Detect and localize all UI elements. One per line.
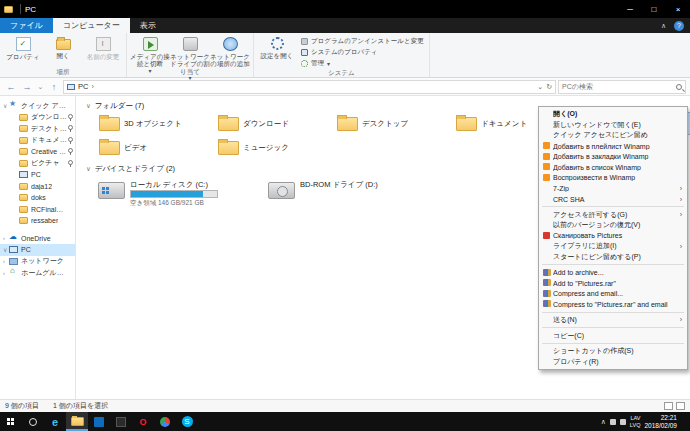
sidebar-item[interactable]: ressaber — [0, 215, 75, 227]
menu-separator — [542, 264, 684, 265]
sidebar-item[interactable]: ∨ PC — [0, 244, 75, 256]
sidebar-item[interactable]: Creative Cloud Fi — [0, 146, 75, 158]
collapse-chevron-icon[interactable]: ∨ — [86, 163, 91, 175]
recent-locations-button[interactable]: ⌄ — [36, 83, 45, 91]
add-network-location-button[interactable]: ネットワークの場所の追加 — [210, 35, 250, 68]
help-button[interactable]: ? — [674, 21, 684, 31]
tab-computer[interactable]: コンピューター — [53, 18, 130, 33]
tray-overflow-chevron-icon[interactable]: ∧ — [601, 418, 606, 426]
menu-separator — [542, 312, 684, 313]
map-network-drive-button[interactable]: ネットワーク ドライブの割り当て ▾ — [170, 35, 210, 82]
search-button[interactable] — [22, 412, 44, 431]
folder-tile[interactable]: デスクトップ — [334, 113, 453, 134]
menu-item-label: ショートカットの作成(S) — [553, 346, 679, 356]
context-menu-item[interactable]: ライブラリに追加(I) › — [540, 241, 686, 252]
search-input[interactable] — [562, 83, 676, 90]
chrome-icon[interactable] — [154, 412, 176, 431]
sidebar-item[interactable]: › OneDrive — [0, 233, 75, 245]
sidebar-item[interactable]: PC — [0, 169, 75, 181]
taskbar-app-glyph — [7, 418, 15, 426]
sidebar-item[interactable]: › ホームグループ — [0, 267, 75, 279]
back-button[interactable]: ← — [4, 82, 18, 92]
store-icon[interactable] — [88, 412, 110, 431]
pc-icon — [67, 84, 75, 90]
sidebar-item[interactable]: ダウンロード — [0, 112, 75, 124]
sidebar-item[interactable]: ピクチャ — [0, 158, 75, 170]
menu-item-icon — [542, 153, 553, 161]
folder-tile[interactable]: 3D オブジェクト — [96, 113, 215, 134]
context-menu-item[interactable]: Add to "Pictures.rar" — [540, 278, 686, 289]
context-menu-item[interactable]: ショートカットの作成(S) — [540, 346, 686, 357]
tab-view[interactable]: 表示 — [130, 18, 166, 33]
sidebar-item[interactable]: daja12 — [0, 181, 75, 193]
context-menu-item[interactable]: Добавить в список Winamp — [540, 162, 686, 173]
skype-icon[interactable]: S — [176, 412, 198, 431]
photos-icon[interactable] — [110, 412, 132, 431]
folder-tile[interactable]: ダウンロード — [215, 113, 334, 134]
context-menu-item[interactable]: Compress and email... — [540, 289, 686, 300]
breadcrumb-chevron-icon[interactable]: › — [91, 82, 94, 91]
open-settings-button[interactable]: 設定を開く — [257, 35, 297, 59]
context-menu-item[interactable]: 送る(N) › — [540, 315, 686, 326]
rename-button[interactable]: 名前の変更 — [83, 35, 123, 60]
context-menu-item[interactable]: Воспроизвести в Winamp — [540, 173, 686, 184]
minimize-button[interactable]: ─ — [618, 0, 642, 18]
address-bar[interactable]: PC › ⌄ ↻ — [63, 80, 556, 94]
start-button[interactable] — [0, 412, 22, 431]
context-menu-item[interactable]: Compress to "Pictures.rar" and email — [540, 299, 686, 310]
drive-c-tile[interactable]: ローカル ディスク (C:) 空き領域 146 GB/921 GB — [96, 178, 266, 210]
address-dropdown-button[interactable]: ⌄ — [537, 83, 543, 91]
volume-icon[interactable] — [620, 419, 626, 425]
large-icons-view-icon[interactable] — [676, 402, 685, 410]
minimize-ribbon-button[interactable]: ∧ — [661, 22, 666, 30]
sidebar-item[interactable]: デスクトップ — [0, 123, 75, 135]
manage-button[interactable]: 管理 ▾ — [301, 59, 424, 68]
sidebar-item[interactable]: RCFinalWebplayer — [0, 204, 75, 216]
context-menu-item[interactable]: CRC SHA › — [540, 194, 686, 205]
context-menu-item[interactable]: スタートにピン留めする(P) — [540, 252, 686, 263]
tab-file[interactable]: ファイル — [0, 18, 53, 33]
edge-icon[interactable]: e — [44, 412, 66, 431]
drive-d-tile[interactable]: BD-ROM ドライブ (D:) — [266, 178, 436, 210]
ribbon-group-location: プロパティ 開く 名前の変更 場所 — [0, 33, 127, 77]
folder-tile[interactable]: ミュージック — [215, 137, 334, 158]
access-media-button[interactable]: メディアの接続と切断 ▾ — [130, 35, 170, 75]
context-menu-item[interactable]: Add to archive... — [540, 267, 686, 278]
collapse-chevron-icon[interactable]: ∨ — [86, 100, 91, 112]
folder-tile[interactable]: ビデオ — [96, 137, 215, 158]
properties-icon — [16, 37, 31, 51]
file-explorer-icon[interactable] — [66, 412, 88, 431]
context-menu-item[interactable]: 開く(O) — [540, 109, 686, 120]
sidebar-item[interactable]: doks — [0, 192, 75, 204]
maximize-button[interactable]: □ — [642, 0, 666, 18]
system-properties-button[interactable]: システムのプロパティ — [301, 48, 424, 57]
up-button[interactable]: ↑ — [47, 82, 61, 92]
properties-button[interactable]: プロパティ — [3, 35, 43, 60]
sidebar-item[interactable]: ∨ クイック アクセス — [0, 100, 75, 112]
forward-button[interactable]: → — [20, 82, 34, 92]
close-button[interactable]: × — [666, 0, 690, 18]
context-menu-item[interactable]: 新しいウィンドウで開く(E) — [540, 120, 686, 131]
opera-icon[interactable]: O — [132, 412, 154, 431]
clock-date: 2018/02/09 — [644, 422, 677, 430]
context-menu-item[interactable]: Сканировать Pictures — [540, 231, 686, 242]
open-button[interactable]: 開く — [43, 35, 83, 59]
network-icon[interactable] — [610, 419, 616, 425]
context-menu-item[interactable]: コピー(C) — [540, 330, 686, 341]
search-box[interactable] — [558, 80, 686, 94]
context-menu-item[interactable]: 7-Zip › — [540, 183, 686, 194]
context-menu-item[interactable]: クイック アクセスにピン留め — [540, 130, 686, 141]
breadcrumb[interactable]: PC — [78, 82, 88, 91]
context-menu-item[interactable]: Добавить в закладки Winamp — [540, 151, 686, 162]
context-menu-item[interactable]: アクセスを許可する(G) › — [540, 209, 686, 220]
system-small-buttons: プログラムのアンインストールと変更 システムのプロパティ 管理 ▾ — [297, 35, 426, 68]
context-menu-item[interactable]: プロパティ(R) — [540, 356, 686, 367]
refresh-button[interactable]: ↻ — [546, 83, 552, 91]
context-menu-item[interactable]: 以前のバージョンの復元(V) — [540, 220, 686, 231]
context-menu-item[interactable]: Добавить в плейлист Winamp — [540, 141, 686, 152]
folders-group-title: フォルダー (7) — [95, 100, 144, 112]
sidebar-item[interactable]: ドキュメント — [0, 135, 75, 147]
taskbar-clock[interactable]: 22:21 2018/02/09 — [644, 414, 680, 430]
details-view-icon[interactable] — [664, 402, 673, 410]
uninstall-program-button[interactable]: プログラムのアンインストールと変更 — [301, 37, 424, 46]
